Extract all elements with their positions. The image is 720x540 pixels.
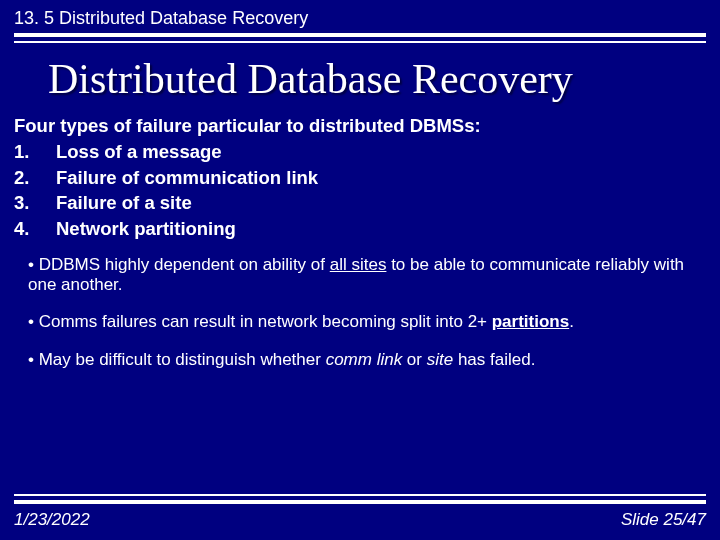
list-num: 2. xyxy=(14,165,56,191)
footer-rule xyxy=(14,494,706,504)
footer-slide-number: Slide 25/47 xyxy=(621,510,706,530)
list-item: 2. Failure of communication link xyxy=(14,165,706,191)
header-rule xyxy=(14,33,706,43)
bullet-text: has failed. xyxy=(453,350,535,369)
rule-thin xyxy=(14,41,706,43)
slide: 13. 5 Distributed Database Recovery Dist… xyxy=(0,0,720,540)
header: 13. 5 Distributed Database Recovery xyxy=(0,0,720,29)
list-text: Failure of a site xyxy=(56,190,192,216)
bullet-points: • DDBMS highly dependent on ability of a… xyxy=(0,241,720,369)
bullet-text: • May be difficult to distinguish whethe… xyxy=(28,350,326,369)
list-item: 3. Failure of a site xyxy=(14,190,706,216)
rule-thick xyxy=(14,500,706,504)
bullet-2: • Comms failures can result in network b… xyxy=(28,312,692,332)
list-text: Network partitioning xyxy=(56,216,236,242)
footer-row: 1/23/2022 Slide 25/47 xyxy=(14,510,706,530)
italic-text: comm link xyxy=(326,350,403,369)
rule-thin xyxy=(14,494,706,496)
list-num: 4. xyxy=(14,216,56,242)
slide-title: Distributed Database Recovery xyxy=(0,43,720,115)
underline-text: all sites xyxy=(330,255,387,274)
list-item: 1. Loss of a message xyxy=(14,139,706,165)
header-text: 13. 5 Distributed Database Recovery xyxy=(14,8,308,28)
rule-thick xyxy=(14,33,706,37)
bullet-1: • DDBMS highly dependent on ability of a… xyxy=(28,255,692,294)
list-num: 1. xyxy=(14,139,56,165)
bullet-text: • DDBMS highly dependent on ability of xyxy=(28,255,330,274)
list-num: 3. xyxy=(14,190,56,216)
bullet-text: . xyxy=(569,312,574,331)
intro-text: Four types of failure particular to dist… xyxy=(0,115,720,139)
bold-underline-text: partitions xyxy=(492,312,569,331)
list-item: 4. Network partitioning xyxy=(14,216,706,242)
bullet-3: • May be difficult to distinguish whethe… xyxy=(28,350,692,370)
footer-date: 1/23/2022 xyxy=(14,510,90,530)
failure-list: 1. Loss of a message 2. Failure of commu… xyxy=(0,139,720,241)
italic-text: site xyxy=(427,350,453,369)
footer: 1/23/2022 Slide 25/47 xyxy=(0,494,720,540)
list-text: Failure of communication link xyxy=(56,165,318,191)
bullet-text: or xyxy=(402,350,427,369)
bullet-text: • Comms failures can result in network b… xyxy=(28,312,492,331)
list-text: Loss of a message xyxy=(56,139,222,165)
